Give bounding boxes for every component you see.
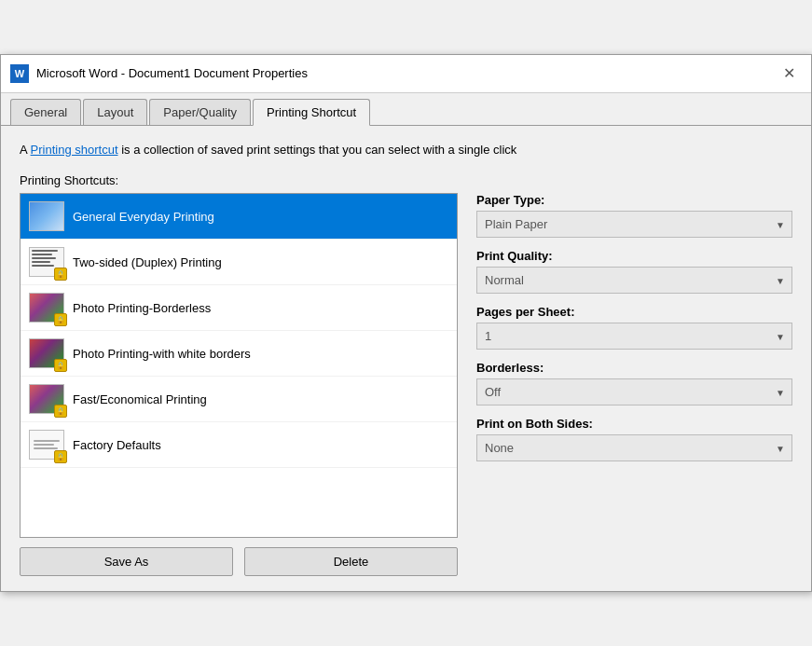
print-quality-wrapper: Normal	[476, 267, 792, 294]
tab-general[interactable]: General	[10, 99, 81, 125]
paper-type-wrapper: Plain Paper	[476, 211, 792, 238]
print-both-sides-label: Print on Both Sides:	[476, 417, 792, 431]
list-panel: General Everyday Printing	[20, 193, 458, 576]
right-panel: Paper Type: Plain Paper Print Quality: N…	[476, 193, 792, 576]
print-quality-label: Print Quality:	[476, 249, 792, 263]
item-label: Photo Printing-Borderless	[73, 301, 211, 315]
list-item[interactable]: 🔒 Two-sided (Duplex) Printing	[21, 240, 457, 285]
list-item[interactable]: General Everyday Printing	[21, 194, 457, 240]
pages-per-sheet-group: Pages per Sheet: 1	[476, 305, 792, 350]
item-icon-photo2: 🔒	[28, 337, 65, 370]
lock-icon: 🔒	[54, 450, 67, 463]
print-both-sides-wrapper: None	[476, 434, 792, 461]
list-item[interactable]: 🔒 Photo Printing-Borderless	[21, 285, 457, 331]
pages-per-sheet-select[interactable]: 1	[476, 323, 792, 350]
main-window: W Microsoft Word - Document1 Document Pr…	[0, 54, 812, 593]
tab-layout[interactable]: Layout	[83, 99, 147, 125]
item-label: Fast/Economical Printing	[73, 392, 207, 406]
tab-bar: General Layout Paper/Quality Printing Sh…	[1, 93, 811, 126]
item-label: Two-sided (Duplex) Printing	[73, 255, 222, 269]
borderless-label: Borderless:	[476, 361, 792, 375]
item-icon-eco: 🔒	[28, 382, 65, 416]
print-both-sides-select[interactable]: None	[476, 434, 792, 461]
paper-type-group: Paper Type: Plain Paper	[476, 193, 792, 238]
item-label: General Everyday Printing	[73, 210, 214, 224]
tab-paper-quality[interactable]: Paper/Quality	[149, 99, 251, 125]
lock-icon: 🔒	[54, 268, 67, 281]
paper-type-label: Paper Type:	[476, 193, 792, 207]
shortcuts-label: Printing Shortcuts:	[20, 173, 792, 187]
save-as-button[interactable]: Save As	[20, 547, 233, 576]
borderless-select[interactable]: Off	[476, 378, 792, 405]
printing-shortcut-link: Printing shortcut	[31, 143, 118, 157]
print-quality-group: Print Quality: Normal	[476, 249, 792, 294]
print-quality-select[interactable]: Normal	[476, 267, 792, 294]
pages-per-sheet-label: Pages per Sheet:	[476, 305, 792, 319]
title-bar-left: W Microsoft Word - Document1 Document Pr…	[10, 64, 308, 83]
print-both-sides-group: Print on Both Sides: None	[476, 417, 792, 461]
title-bar: W Microsoft Word - Document1 Document Pr…	[1, 55, 811, 93]
lock-icon: 🔒	[54, 359, 67, 372]
button-row: Save As Delete	[20, 547, 458, 576]
lock-icon: 🔒	[54, 313, 67, 326]
delete-button[interactable]: Delete	[244, 547, 458, 576]
item-icon-photo: 🔒	[28, 291, 65, 324]
description-rest: is a collection of saved print settings …	[121, 143, 516, 157]
item-label: Photo Printing-with white borders	[73, 347, 251, 361]
item-label: Factory Defaults	[73, 438, 161, 452]
app-icon: W	[10, 64, 29, 83]
close-button[interactable]: ✕	[776, 61, 802, 87]
item-icon-factory: 🔒	[28, 428, 65, 461]
list-item[interactable]: 🔒 Fast/Economical Printing	[21, 377, 457, 422]
content-area: A Printing shortcut is a collection of s…	[1, 126, 811, 592]
list-item[interactable]: 🔒 Factory Defaults	[21, 422, 457, 468]
description: A Printing shortcut is a collection of s…	[20, 141, 792, 159]
window-title: Microsoft Word - Document1 Document Prop…	[36, 66, 308, 80]
borderless-wrapper: Off	[476, 378, 792, 405]
tab-printing-shortcut[interactable]: Printing Shortcut	[253, 99, 370, 126]
item-icon-general	[28, 199, 65, 233]
lock-icon: 🔒	[54, 405, 67, 418]
paper-type-select[interactable]: Plain Paper	[476, 211, 792, 238]
main-layout: General Everyday Printing	[20, 193, 792, 576]
borderless-group: Borderless: Off	[476, 361, 792, 405]
pages-per-sheet-wrapper: 1	[476, 323, 792, 350]
item-icon-duplex: 🔒	[28, 245, 65, 279]
list-item[interactable]: 🔒 Photo Printing-with white borders	[21, 331, 457, 377]
shortcuts-list: General Everyday Printing	[20, 193, 458, 538]
